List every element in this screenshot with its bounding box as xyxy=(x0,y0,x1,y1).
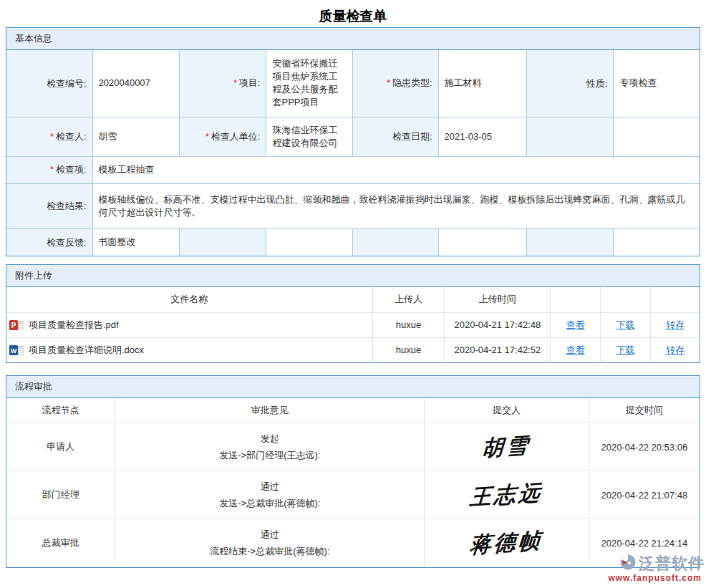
node-name: 部门经理 xyxy=(6,471,115,519)
transfer-link[interactable]: 转存 xyxy=(666,319,685,330)
attachment-section-header: 附件上传 xyxy=(6,265,700,287)
nature-label: 性质: xyxy=(527,50,614,117)
file-upload-time: 2020-04-21 17:42:48 xyxy=(445,312,551,337)
file-row: W 项目质量检查详细说明.docx huxue 2020-04-21 17:42… xyxy=(6,337,700,362)
empty-value-cell xyxy=(438,228,527,256)
action-header xyxy=(601,287,651,312)
file-uploader: huxue xyxy=(372,312,445,337)
download-link[interactable]: 下载 xyxy=(616,319,634,330)
file-uploader: huxue xyxy=(372,337,445,362)
uploader-header: 上传人 xyxy=(372,287,445,312)
inspector-label: *检查人: xyxy=(6,117,92,156)
submit-time-header: 提交时间 xyxy=(589,398,700,423)
required-asterisk: * xyxy=(387,78,390,88)
project-label: *项目: xyxy=(179,50,266,117)
approval-opinion: 通过 流程结束->总裁审批(蒋德帧): xyxy=(115,519,425,567)
check-feedback-value: 书面整改 xyxy=(92,228,179,256)
check-result-label: 检查结果: xyxy=(6,183,92,228)
approval-row: 部门经理 通过 发送->总裁审批(蒋德帧): 王志远 2020-04-22 21… xyxy=(6,471,700,519)
download-link[interactable]: 下载 xyxy=(616,344,634,355)
opinion-line: 发起 xyxy=(118,430,421,447)
word-file-icon: W xyxy=(9,344,24,356)
inspector-unit-value: 珠海信业环保工程建设有限公司 xyxy=(266,117,352,156)
signature: 胡雪 xyxy=(481,430,532,463)
node-name: 申请人 xyxy=(6,423,115,471)
node-header: 流程节点 xyxy=(6,398,115,423)
empty-label-cell xyxy=(527,228,614,256)
fanpu-logo-icon xyxy=(619,554,637,574)
opinion-line: 通过 xyxy=(118,478,421,495)
file-name: 项目质量检查报告.pdf xyxy=(29,319,119,332)
file-name: 项目质量检查详细说明.docx xyxy=(29,344,144,357)
fanpu-watermark: 泛普软件 www.fanpusoft.com xyxy=(590,553,705,583)
opinion-line: 发送->总裁审批(蒋德帧): xyxy=(118,495,421,511)
required-asterisk: * xyxy=(233,78,237,88)
approval-opinion: 通过 发送->总裁审批(蒋德帧): xyxy=(115,471,425,519)
approval-opinion: 发起 发送->部门经理(王志远): xyxy=(115,423,425,471)
inspector-value: 胡雪 xyxy=(92,117,179,156)
empty-value-cell xyxy=(614,117,700,156)
svg-text:W: W xyxy=(11,347,17,355)
empty-label-cell xyxy=(527,117,614,156)
transfer-link[interactable]: 转存 xyxy=(666,344,685,355)
basic-info-table: 检查编号: 2020040007 *项目: 安徽省环保搬迁项目焦炉系统工程及公共… xyxy=(6,50,700,256)
submit-time: 2020-04-22 20:53:06 xyxy=(589,423,700,471)
empty-value-cell xyxy=(614,228,700,256)
file-name-header: 文件名称 xyxy=(6,287,372,312)
approval-section-header: 流程审批 xyxy=(6,376,700,398)
basic-info-section-header: 基本信息 xyxy=(6,28,700,50)
empty-label-cell xyxy=(179,228,266,256)
approval-row: 申请人 发起 发送->部门经理(王志远): 胡雪 2020-04-22 20:5… xyxy=(6,423,700,471)
project-value: 安徽省环保搬迁项目焦炉系统工程及公共服务配套PPP项目 xyxy=(266,50,352,117)
action-header xyxy=(551,287,601,312)
empty-label-cell xyxy=(352,228,438,256)
hazard-type-label: *隐患类型: xyxy=(352,50,438,117)
nature-value: 专项检查 xyxy=(614,50,700,117)
brand-name: 泛普软件 xyxy=(639,553,705,574)
file-row: P 项目质量检查报告.pdf huxue 2020-04-21 17:42:48… xyxy=(6,312,700,337)
hazard-type-value: 施工材料 xyxy=(438,50,527,117)
view-link[interactable]: 查看 xyxy=(566,319,585,330)
check-no-value: 2020040007 xyxy=(92,50,179,117)
check-item-label: *检查项: xyxy=(6,156,92,183)
submit-time: 2020-04-22 21:07:48 xyxy=(589,471,700,519)
node-name: 总裁审批 xyxy=(6,519,115,567)
check-date-label: 检查日期: xyxy=(352,117,438,156)
check-feedback-label: 检查反馈: xyxy=(6,228,92,256)
check-no-label: 检查编号: xyxy=(6,50,92,117)
empty-value-cell xyxy=(266,228,352,256)
file-upload-time: 2020-04-21 17:42:52 xyxy=(445,337,551,362)
opinion-line: 通过 xyxy=(118,526,421,543)
basic-info-panel: 基本信息 检查编号: 2020040007 *项目: 安徽省环保搬迁项目焦炉系统… xyxy=(6,27,700,256)
approval-table: 流程节点 审批意见 提交人 提交时间 申请人 发起 发送->部门经理(王志远):… xyxy=(6,398,700,567)
action-header xyxy=(650,287,700,312)
opinion-line: 发送->部门经理(王志远): xyxy=(118,447,421,463)
required-asterisk: * xyxy=(205,132,209,142)
required-asterisk: * xyxy=(50,165,54,175)
opinion-header: 审批意见 xyxy=(115,398,425,423)
check-result-value: 模板轴线偏位、标高不准、支模过程中出现凸肚、缩颈和翘曲，致砼料浇灌振捣时出现漏浆… xyxy=(92,183,700,228)
attachment-table: 文件名称 上传人 上传时间 P 项目质量检查报告.pdf huxue 2020-… xyxy=(6,287,700,362)
signature: 王志远 xyxy=(469,478,544,512)
view-link[interactable]: 查看 xyxy=(566,344,585,355)
opinion-line: 流程结束->总裁审批(蒋德帧): xyxy=(118,543,421,559)
check-item-value: 模板工程抽查 xyxy=(92,156,700,183)
inspector-unit-label: *检查人单位: xyxy=(179,117,266,156)
upload-time-header: 上传时间 xyxy=(445,287,551,312)
attachment-panel: 附件上传 文件名称 上传人 上传时间 P 项目质量检查报告.pdf huxue … xyxy=(6,264,700,363)
required-asterisk: * xyxy=(50,132,54,142)
check-date-value: 2021-03-05 xyxy=(438,117,527,156)
svg-text:P: P xyxy=(11,322,16,329)
submitter-header: 提交人 xyxy=(425,398,589,423)
pdf-file-icon: P xyxy=(9,319,24,331)
page-title: 质量检查单 xyxy=(0,0,706,27)
brand-url: www.fanpusoft.com xyxy=(590,573,705,583)
approval-panel: 流程审批 流程节点 审批意见 提交人 提交时间 申请人 发起 发送->部门经理(… xyxy=(6,375,700,568)
signature: 蒋德帧 xyxy=(469,526,544,560)
